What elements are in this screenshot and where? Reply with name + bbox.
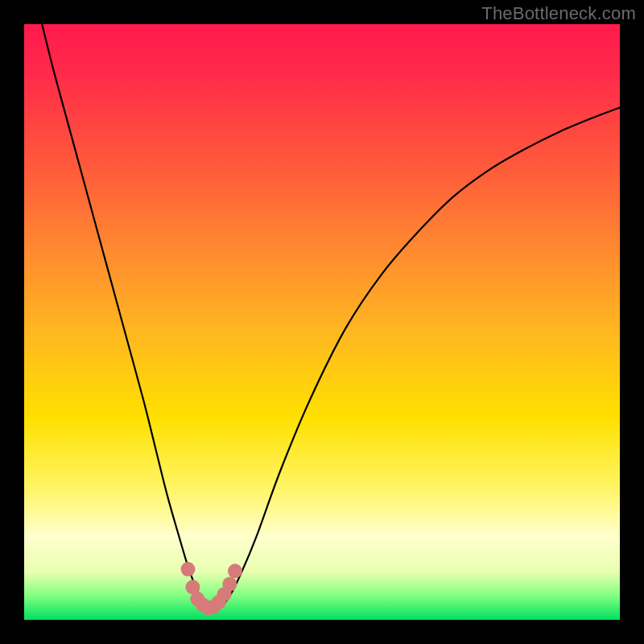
bottleneck-curve [42,24,620,608]
valley-marker-dot [181,562,196,576]
valley-marker-dot [222,577,237,592]
valley-marker-dot [228,564,242,578]
valley-marker-group [181,562,242,615]
watermark-text: TheBottleneck.com [481,3,636,24]
chart-svg [24,24,620,620]
